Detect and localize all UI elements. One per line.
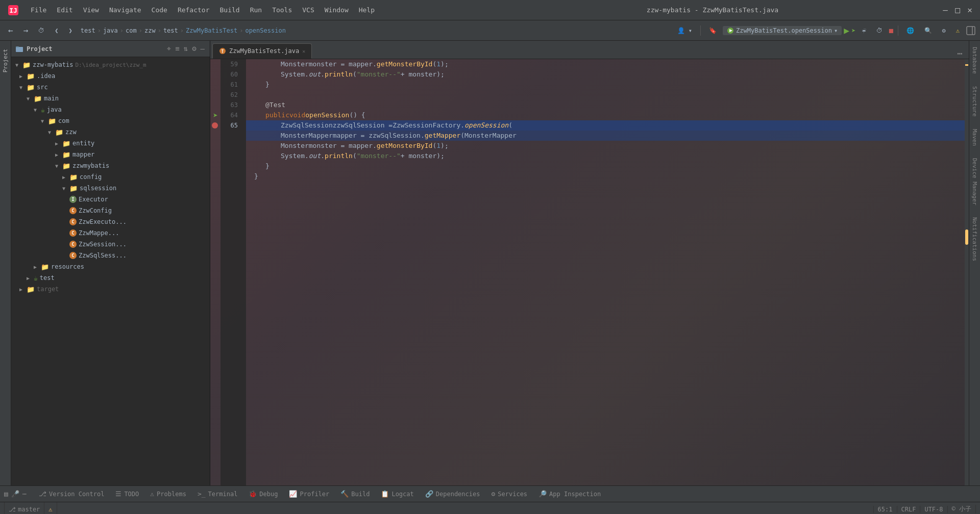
vertical-scrollbar[interactable] [965,59,969,485]
tree-java[interactable]: ▼ ☕ java [11,104,210,115]
nav-left-button[interactable]: ❮ [51,25,62,36]
forward-button[interactable]: → [19,24,33,37]
expand-icon[interactable]: ▤ [2,490,10,498]
search-button[interactable]: 🔍 [920,25,936,36]
tree-entity[interactable]: ▶ 📁 entity [11,138,210,149]
tree-sqlsession[interactable]: ▼ 📁 sqlsession [11,183,210,194]
bottom-tab-vcs[interactable]: ⎇ Version Control [34,487,109,501]
nav-right-button[interactable]: ❯ [65,25,77,36]
settings-button[interactable]: ⚙ [938,25,950,36]
profiler-button[interactable]: ⏱ [872,25,887,36]
menu-build[interactable]: Build [216,4,244,16]
mic-icon[interactable]: 🎤 [11,490,19,498]
tree-target[interactable]: ▶ 📁 target [11,284,210,295]
bottom-tab-build[interactable]: 🔨 Build [335,487,375,501]
tree-idea[interactable]: ▶ 📁 .idea [11,70,210,82]
right-panel-icon[interactable] [966,25,976,36]
bottom-tab-services[interactable]: ⚙ Services [486,487,532,501]
bottom-tab-problems[interactable]: ⚠ Problems [145,487,191,501]
tab-zzwmybatistest[interactable]: T ZzwMyBatisTest.java ✕ [212,43,312,59]
menu-code[interactable]: Code [148,4,172,16]
breadcrumb-test[interactable]: test [81,27,95,34]
bottom-tab-terminal[interactable]: >_ Terminal [192,487,242,501]
tree-zzwexecutor[interactable]: C ZzwExecuto... [11,216,210,227]
device-manager-tab[interactable]: Device Manager [969,152,980,212]
tree-mapper[interactable]: ▶ 📁 mapper [11,149,210,160]
bottom-tab-appinspection[interactable]: 🔎 App Inspection [533,487,606,501]
tree-zzwmybatis[interactable]: ▼ 📁 zzwmybatis [11,160,210,171]
code-content[interactable]: Monster monster = mapper. getMonsterById… [246,59,969,485]
menu-edit[interactable]: Edit [53,4,77,16]
structure-tab[interactable]: Structure [969,80,980,123]
run-button2[interactable]: ➤ [851,27,855,35]
tab-close-button[interactable]: ✕ [302,48,305,54]
more-icon[interactable]: ⋯ [20,490,29,498]
hide-panel-icon[interactable]: — [200,43,206,54]
tree-resources[interactable]: ▶ 📁 resources [11,261,210,272]
notifications-tab[interactable]: Notifications [969,211,980,267]
bottom-tab-profiler[interactable]: 📈 Profiler [284,487,334,501]
status-position[interactable]: 65:1 [873,506,897,513]
menu-navigate[interactable]: Navigate [105,4,145,16]
bottom-tab-debug[interactable]: 🐞 Debug [243,487,283,501]
breadcrumb-method[interactable]: openSession [245,27,285,34]
code-editor[interactable]: ➤ 59 60 61 62 63 64 65 [210,59,969,485]
tree-config[interactable]: ▶ 📁 config [11,171,210,183]
menu-file[interactable]: File [27,4,51,16]
stop-button[interactable]: ◼ [889,25,894,35]
close-button[interactable]: ✕ [966,6,974,14]
project-tab[interactable]: Project [0,43,11,79]
breadcrumb-test2[interactable]: test [163,27,178,34]
breadcrumb-com[interactable]: com [126,27,137,34]
menu-vcs[interactable]: VCS [298,4,318,16]
coverage-button[interactable]: ☔ [857,25,870,36]
run-config[interactable]: ZzwMyBatisTest.openSession ▾ [723,26,842,35]
breadcrumb-class[interactable]: ZzwMyBatisTest [186,27,237,34]
breadcrumb-java[interactable]: java [103,27,118,34]
maven-tab[interactable]: Maven [969,123,980,152]
status-warnings[interactable]: ⚠ [44,502,57,514]
back-button[interactable]: ← [4,24,17,37]
tree-root[interactable]: ▼ 📁 zzw-mybatis D:\idea_project\zzw_m [11,59,210,70]
tree-zzwmapper[interactable]: C ZzwMappe... [11,227,210,239]
menu-refactor[interactable]: Refactor [174,4,214,16]
run-button[interactable]: ▶ [844,25,849,36]
database-tab[interactable]: Database [969,41,980,80]
locate-icon[interactable]: ⌖ [166,43,172,54]
tree-zzw[interactable]: ▼ 📁 zzw [11,126,210,138]
tree-executor[interactable]: I Executor [11,194,210,205]
status-git[interactable]: ⎇ master [4,502,44,514]
maximize-button[interactable]: □ [953,6,962,14]
status-encoding[interactable]: UTF-8 [920,506,947,513]
bottom-tab-todo[interactable]: ☰ TODO [110,487,144,501]
breadcrumb-zzw[interactable]: zzw [144,27,156,34]
menu-tools[interactable]: Tools [268,4,296,16]
breakpoint-65[interactable] [212,122,218,128]
menu-run[interactable]: Run [246,4,266,16]
menu-view[interactable]: View [79,4,103,16]
sort-icon[interactable]: ⇅ [183,43,189,54]
tree-test[interactable]: ▶ ☕ test [11,272,210,284]
minimize-button[interactable]: — [941,6,949,14]
bottom-tab-dependencies[interactable]: 🔗 Dependencies [420,487,485,501]
tab-more-button[interactable]: ⋯ [953,48,967,59]
tree-src[interactable]: ▼ 📁 src [11,82,210,93]
tree-zzwconfig[interactable]: C ZzwConfig [11,205,210,216]
scrollbar-thumb[interactable] [965,229,968,245]
menu-window[interactable]: Window [321,4,353,16]
settings-tree-icon[interactable]: ⚙ [191,43,197,54]
user-button[interactable]: 👤 ▾ [673,25,696,36]
status-extra[interactable]: © 小子 [948,505,976,513]
notifications-button[interactable]: ⚠ [952,25,964,36]
tree-zzwsession[interactable]: C ZzwSession... [11,239,210,250]
bookmark-button[interactable]: 🔖 [705,25,721,36]
tree-com[interactable]: ▼ 📁 com [11,115,210,126]
menu-help[interactable]: Help [355,4,379,16]
translate-button[interactable]: 🌐 [902,25,918,36]
collapse-all-icon[interactable]: ≡ [174,43,180,54]
tree-main[interactable]: ▼ 📁 main [11,93,210,104]
bottom-tab-logcat[interactable]: 📋 Logcat [376,487,419,501]
recent-files-button[interactable]: ⏱ [34,25,48,36]
status-crlf[interactable]: CRLF [897,506,921,513]
tree-zzwsqlsession[interactable]: C ZzwSqlSess... [11,250,210,261]
